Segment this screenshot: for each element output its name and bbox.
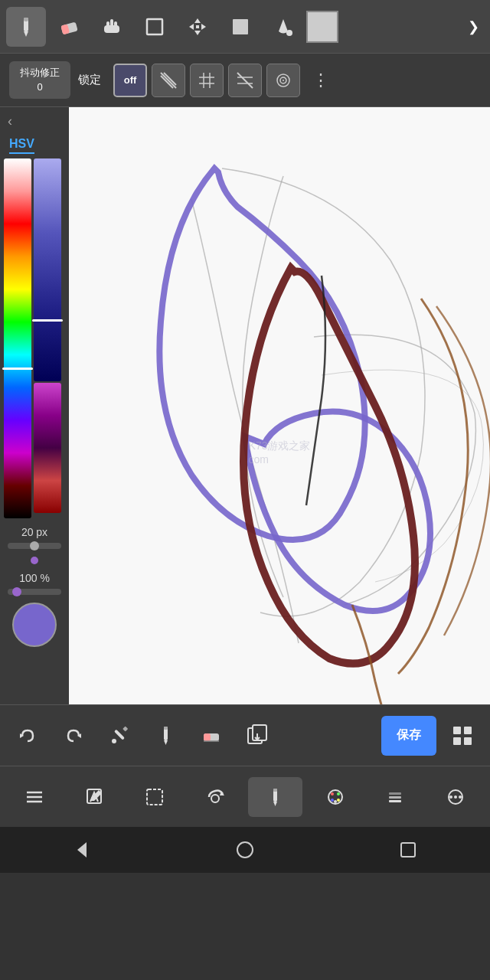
fill-tool[interactable] xyxy=(263,7,303,47)
top-toolbar: ❯ xyxy=(0,0,490,54)
svg-rect-9 xyxy=(147,19,162,34)
lock-radial-btn[interactable] xyxy=(266,64,300,97)
opacity-label: 100 % xyxy=(19,572,50,584)
home-nav-button[interactable] xyxy=(222,833,268,867)
lock-horizontal-btn[interactable] xyxy=(228,64,262,97)
nav-bar xyxy=(0,827,490,873)
svg-rect-46 xyxy=(464,737,472,745)
svg-point-60 xyxy=(337,792,340,795)
export-button[interactable] xyxy=(237,716,277,756)
left-panel: ‹ HSV 20 px 100 % xyxy=(0,107,69,704)
layers-button[interactable] xyxy=(368,777,423,817)
stabilizer-bar: 抖动修正 0 锁定 off xyxy=(0,54,490,107)
svg-point-29 xyxy=(283,80,284,81)
svg-point-62 xyxy=(337,799,340,802)
eraser-tool[interactable] xyxy=(49,7,89,47)
svg-rect-57 xyxy=(273,789,277,792)
brush-size-label: 20 px xyxy=(21,526,47,538)
svg-marker-12 xyxy=(189,24,194,30)
svg-rect-45 xyxy=(453,737,461,745)
rectangle-tool[interactable] xyxy=(135,7,175,47)
svg-rect-44 xyxy=(464,727,472,734)
lock-off-btn[interactable]: off xyxy=(113,64,147,97)
settings-dots-button[interactable] xyxy=(429,777,483,817)
menu-button[interactable] xyxy=(8,777,62,817)
svg-marker-13 xyxy=(201,24,206,30)
pencil-tool[interactable] xyxy=(6,7,46,47)
main-area: ‹ HSV 20 px 100 % xyxy=(0,107,490,704)
svg-rect-8 xyxy=(104,25,119,33)
pencil-tool-bottom[interactable] xyxy=(145,716,185,756)
svg-rect-65 xyxy=(389,796,401,799)
save-button[interactable]: 保存 xyxy=(381,716,436,756)
current-color-circle[interactable] xyxy=(12,603,57,647)
brush-active-button[interactable] xyxy=(248,777,302,817)
hue-strip[interactable] xyxy=(4,158,31,518)
recent-nav-button[interactable] xyxy=(385,833,431,867)
svg-rect-15 xyxy=(233,19,248,34)
brush-size-slider[interactable] xyxy=(8,543,61,549)
collapse-arrow[interactable]: ‹ xyxy=(8,113,12,129)
svg-marker-36 xyxy=(164,740,168,745)
bottom-toolbar2 xyxy=(0,766,490,827)
svg-point-54 xyxy=(211,795,219,802)
svg-rect-37 xyxy=(164,727,168,730)
svg-point-33 xyxy=(112,739,116,743)
svg-point-63 xyxy=(334,800,337,803)
svg-point-68 xyxy=(454,795,457,799)
svg-line-18 xyxy=(161,76,173,88)
svg-rect-39 xyxy=(204,733,211,741)
svg-point-16 xyxy=(286,30,292,36)
edit-button[interactable] xyxy=(68,777,122,817)
grid-button[interactable] xyxy=(443,716,482,756)
svg-marker-11 xyxy=(194,31,201,35)
stabilizer-button[interactable]: 抖动修正 0 xyxy=(9,61,70,98)
sat-strip-bottom[interactable] xyxy=(34,383,61,512)
svg-point-61 xyxy=(331,799,334,802)
select-button[interactable] xyxy=(128,777,182,817)
svg-marker-56 xyxy=(273,802,277,806)
opacity-slider[interactable] xyxy=(8,589,61,595)
svg-point-59 xyxy=(331,792,334,795)
lock-grid-btn[interactable] xyxy=(190,64,224,97)
brush-preview-dot xyxy=(31,557,38,564)
eraser-bottom[interactable] xyxy=(191,716,231,756)
svg-rect-2 xyxy=(24,18,28,21)
lock-icons: off xyxy=(113,64,300,97)
palette-button[interactable] xyxy=(309,777,363,817)
svg-point-69 xyxy=(449,795,452,799)
svg-rect-73 xyxy=(401,843,415,857)
lock-label: 锁定 xyxy=(78,73,101,87)
canvas-area[interactable]: K73游戏之家com xyxy=(69,107,490,704)
color-strips xyxy=(4,158,65,518)
more-btn[interactable]: ⋮ xyxy=(308,70,334,90)
svg-marker-1 xyxy=(24,31,28,37)
pipette-button[interactable] xyxy=(100,716,139,756)
svg-marker-71 xyxy=(77,842,87,858)
undo-button[interactable] xyxy=(8,716,47,756)
redo-button[interactable] xyxy=(54,716,93,756)
svg-rect-64 xyxy=(389,792,401,795)
rotate-button[interactable] xyxy=(188,777,243,817)
color-preview-top[interactable] xyxy=(306,11,338,43)
svg-marker-10 xyxy=(194,18,201,23)
lock-diagonal-btn[interactable] xyxy=(152,64,185,97)
back-nav-button[interactable] xyxy=(59,833,105,867)
square-fill-tool[interactable] xyxy=(220,7,260,47)
sat-strip-top[interactable] xyxy=(34,158,61,381)
svg-rect-14 xyxy=(196,25,199,28)
svg-line-24 xyxy=(237,73,253,88)
hsv-label[interactable]: HSV xyxy=(9,137,34,154)
toolbar-expand[interactable]: ❯ xyxy=(462,7,484,47)
svg-rect-43 xyxy=(453,727,461,734)
svg-point-72 xyxy=(237,842,253,858)
svg-rect-52 xyxy=(147,789,162,805)
svg-rect-66 xyxy=(389,800,401,802)
svg-line-19 xyxy=(164,73,176,85)
hand-tool[interactable] xyxy=(92,7,132,47)
move-tool[interactable] xyxy=(178,7,217,47)
svg-point-70 xyxy=(459,795,462,799)
svg-rect-34 xyxy=(122,726,128,731)
svg-rect-32 xyxy=(114,729,125,740)
svg-line-17 xyxy=(161,73,176,88)
